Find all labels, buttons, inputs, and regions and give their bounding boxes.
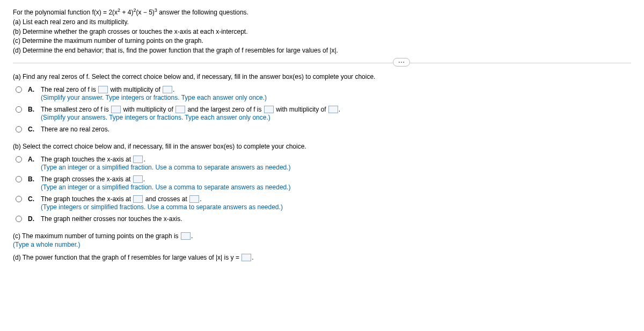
qc-hint: (Type a whole number.)	[13, 241, 631, 248]
part-b-text: (b) Determine whether the graph crosses …	[13, 27, 631, 36]
qa-c-text: There are no real zeros.	[41, 126, 109, 133]
part-c-text: (c) Determine the maximum number of turn…	[13, 36, 631, 46]
choice-letter: B.	[28, 106, 36, 113]
qb-c-text: The graph touches the x-axis at and cros…	[41, 195, 202, 203]
choice-letter: A.	[28, 156, 36, 163]
qa-a-blank-2[interactable]	[163, 86, 172, 93]
qb-b-hint: (Type an integer or a simplified fractio…	[41, 183, 631, 191]
qb-choice-c-radio[interactable]	[16, 196, 22, 202]
qa-b-blank-2[interactable]	[175, 106, 185, 113]
qc-text: (c) The maximum number of turning points…	[13, 232, 193, 240]
qa-choice-a-radio[interactable]	[16, 86, 22, 93]
qb-b-blank[interactable]	[133, 175, 143, 183]
choice-letter: C.	[28, 126, 36, 133]
expand-toggle[interactable]	[393, 58, 410, 67]
qb-c-hint: (Type integers or simplified fractions. …	[41, 203, 631, 211]
choice-letter: B.	[28, 175, 36, 183]
qb-choice-d-radio[interactable]	[16, 216, 22, 222]
qb-b-text: The graph crosses the x-axis at .	[41, 175, 145, 183]
qb-c-blank-2[interactable]	[189, 195, 199, 203]
qb-choice-a-radio[interactable]	[16, 156, 22, 163]
qa-b-blank-3[interactable]	[264, 106, 274, 113]
qd-text: (d) The power function that the graph of…	[13, 254, 254, 261]
part-b-prompt: (b) Select the correct choice below and,…	[13, 143, 631, 150]
qb-c-blank-1[interactable]	[133, 195, 143, 203]
qa-a-text: The real zero of f is with multiplicity …	[41, 86, 174, 93]
qb-d-text: The graph neither crosses nor touches th…	[41, 215, 182, 223]
part-a-prompt: (a) Find any real zeros of f. Select the…	[13, 73, 631, 80]
qa-b-blank-4[interactable]	[328, 106, 338, 113]
choice-letter: A.	[28, 86, 36, 93]
qa-b-text: The smallest zero of f is with multiplic…	[41, 106, 340, 113]
problem-function: For the polynomial function f(x) = 2(x2 …	[13, 9, 248, 16]
part-d-text: (d) Determine the end behavior; that is,…	[13, 46, 631, 55]
qa-choice-c-radio[interactable]	[16, 126, 22, 133]
qb-a-text: The graph touches the x-axis at .	[41, 156, 145, 163]
qa-choice-b-radio[interactable]	[16, 106, 22, 113]
qa-a-hint: (Simplify your answer. Type integers or …	[41, 94, 631, 101]
qc-blank[interactable]	[181, 232, 191, 240]
choice-letter: C.	[28, 195, 36, 203]
qb-a-blank[interactable]	[133, 156, 143, 163]
part-a-text: (a) List each real zero and its multipli…	[13, 18, 631, 27]
choice-letter: D.	[28, 215, 36, 223]
qa-b-blank-1[interactable]	[111, 106, 121, 113]
qa-b-hint: (Simplify your answers. Type integers or…	[41, 114, 631, 121]
qd-blank[interactable]	[241, 254, 251, 261]
qa-a-blank-1[interactable]	[98, 86, 108, 93]
qb-a-hint: (Type an integer or a simplified fractio…	[41, 164, 631, 171]
qb-choice-b-radio[interactable]	[16, 176, 22, 182]
